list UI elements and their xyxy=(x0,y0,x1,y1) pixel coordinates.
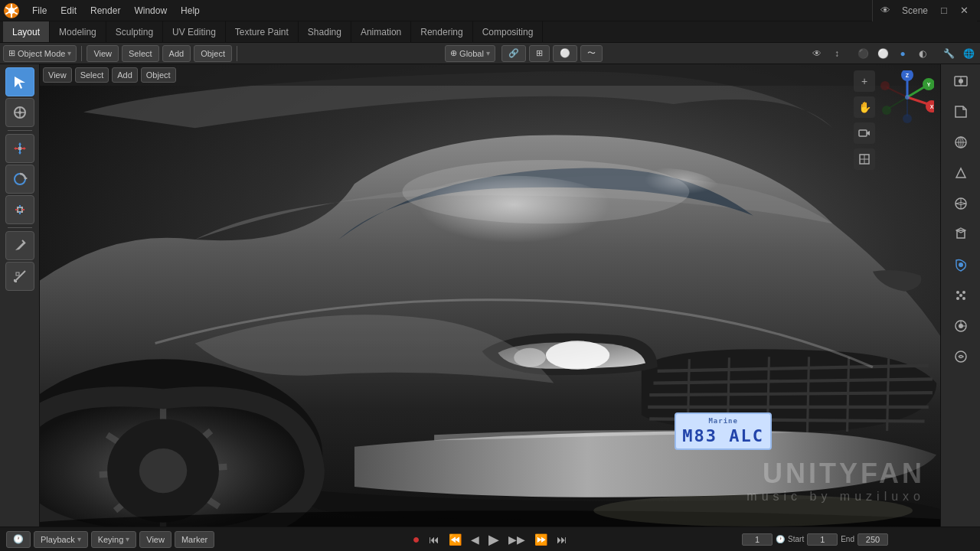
skip-end-btn[interactable]: ⏭ xyxy=(555,532,569,547)
end-label: End xyxy=(841,535,854,543)
object-btn[interactable]: Object xyxy=(194,45,232,62)
keying-dropdown[interactable]: Keying ▾ xyxy=(91,531,137,548)
scene-selector-icon[interactable]: 👁 xyxy=(877,2,894,19)
close-icon[interactable]: ✕ xyxy=(956,2,972,19)
transform-orientation[interactable]: ⊕ Global ▾ xyxy=(445,45,495,62)
prop-constraints-btn[interactable] xyxy=(947,343,975,370)
tab-compositing[interactable]: Compositing xyxy=(473,21,544,42)
add-btn[interactable]: Add xyxy=(162,45,191,62)
play-btn[interactable]: ▶ xyxy=(487,530,501,549)
shading-eevee[interactable]: ◐ xyxy=(914,45,931,62)
tab-layout[interactable]: Layout xyxy=(3,21,50,42)
select-btn[interactable]: Select xyxy=(122,45,159,62)
skip-start-btn[interactable]: ⏮ xyxy=(427,532,441,547)
scale-tool-btn[interactable] xyxy=(5,195,34,224)
tab-rendering[interactable]: Rendering xyxy=(411,21,472,42)
move-tool-btn[interactable] xyxy=(5,134,34,163)
snap-btn[interactable]: 🔗 xyxy=(501,45,526,62)
playback-dropdown[interactable]: Playback ▾ xyxy=(34,531,88,548)
grid-btn[interactable]: ⊞ xyxy=(529,45,550,62)
vp-select-btn[interactable]: Select xyxy=(75,67,109,83)
car-render: UNITYFAN music by muziluxo Marine M83 AL… xyxy=(40,64,940,527)
vp-object-btn[interactable]: Object xyxy=(141,67,176,83)
tab-texture-paint[interactable]: Texture Paint xyxy=(226,21,299,42)
top-right-controls: 👁 Scene □ ✕ xyxy=(872,0,977,21)
rotate-tool-btn[interactable] xyxy=(5,165,34,194)
tab-shading[interactable]: Shading xyxy=(299,21,351,42)
prop-modifier-btn[interactable] xyxy=(947,251,975,279)
watermark-sub: music by muziluxo xyxy=(746,490,925,504)
next-keyframe-btn[interactable]: ⏩ xyxy=(533,532,549,547)
timeline-controls: ● ⏮ ⏪ ◀ ▶ ▶▶ ⏩ ⏭ xyxy=(411,530,570,549)
annotate-tool-btn[interactable] xyxy=(5,231,34,260)
menu-file[interactable]: File xyxy=(26,4,53,18)
transform-icon: ⊕ xyxy=(450,48,457,58)
window-icon[interactable]: □ xyxy=(936,2,952,19)
marker-btn[interactable]: Marker xyxy=(175,531,214,548)
current-frame-box[interactable]: 1 xyxy=(742,533,773,546)
record-btn[interactable]: ● xyxy=(411,531,422,548)
keying-label: Keying xyxy=(98,535,124,544)
prop-world-btn[interactable] xyxy=(947,190,975,217)
svg-line-45 xyxy=(887,358,889,431)
pan-overlay-btn[interactable]: ✋ xyxy=(854,96,875,118)
engine-btn[interactable]: 🕐 xyxy=(6,531,31,548)
tab-modeling[interactable]: Modeling xyxy=(50,21,106,42)
menu-help[interactable]: Help xyxy=(175,4,206,18)
tab-sculpting[interactable]: Sculpting xyxy=(106,21,163,42)
svg-rect-18 xyxy=(18,147,21,150)
shading-material[interactable]: ⚪ xyxy=(874,45,891,62)
prop-render-btn[interactable] xyxy=(947,67,975,95)
svg-point-95 xyxy=(962,297,965,300)
prop-output-btn[interactable] xyxy=(947,98,975,126)
tab-uv-editing[interactable]: UV Editing xyxy=(163,21,226,42)
zoom-in-overlay-btn[interactable]: + xyxy=(854,70,875,92)
scene-name[interactable]: Scene xyxy=(897,2,933,19)
toolbar: ⊞ Object Mode ▾ View Select Add Object ⊕… xyxy=(0,43,980,64)
grid-icon: ⊞ xyxy=(536,48,543,58)
select-tool-btn[interactable] xyxy=(5,67,34,96)
render-props-2[interactable]: ↕ xyxy=(828,45,845,62)
menu-render[interactable]: Render xyxy=(84,4,126,18)
next-frame-btn[interactable]: ▶▶ xyxy=(507,532,527,547)
camera-overlay-btn[interactable] xyxy=(854,122,875,144)
prev-keyframe-btn[interactable]: ⏪ xyxy=(447,532,463,547)
measure-tool-btn[interactable] xyxy=(5,262,34,291)
prop-object-btn[interactable] xyxy=(947,220,975,248)
prop-physics-btn[interactable] xyxy=(947,312,975,340)
vp-view-btn[interactable]: View xyxy=(43,67,72,83)
proportional-btn[interactable]: ⚪ xyxy=(553,45,577,62)
prop-scene-btn[interactable] xyxy=(947,159,975,187)
overlay-btn[interactable]: 🔧 xyxy=(940,45,957,62)
shading-rendered[interactable]: ● xyxy=(894,45,911,62)
start-label: Start xyxy=(788,535,804,543)
vp-add-btn[interactable]: Add xyxy=(112,67,138,83)
render-props-1[interactable]: 👁 xyxy=(808,45,825,62)
menu-window[interactable]: Window xyxy=(128,4,173,18)
menu-edit[interactable]: Edit xyxy=(54,4,83,18)
prev-frame-btn[interactable]: ◀ xyxy=(469,532,481,547)
end-frame-box[interactable]: 250 xyxy=(858,533,888,546)
prop-view-btn[interactable] xyxy=(947,129,975,156)
shading-solid[interactable]: ⚫ xyxy=(854,45,871,62)
blender-logo[interactable] xyxy=(3,2,20,19)
tool-sep-1 xyxy=(8,130,32,131)
frame-display: 1 🕐 Start 1 End 250 xyxy=(742,533,888,546)
ortho-overlay-btn[interactable] xyxy=(854,148,875,170)
timeline-view-btn[interactable]: View xyxy=(139,531,172,548)
svg-point-11 xyxy=(18,111,21,114)
cursor-tool-btn[interactable] xyxy=(5,98,34,127)
prop-particles-btn[interactable] xyxy=(947,282,975,309)
keying-chevron: ▾ xyxy=(126,535,129,543)
tab-animation[interactable]: Animation xyxy=(351,21,411,42)
mode-label: Object Mode xyxy=(18,49,65,58)
snap-icon: 🔗 xyxy=(508,48,519,58)
mode-icon: ⊞ xyxy=(8,48,15,58)
viewport[interactable]: UNITYFAN music by muziluxo Marine M83 AL… xyxy=(40,64,940,527)
start-frame-box[interactable]: 1 xyxy=(807,533,838,546)
view-btn[interactable]: View xyxy=(87,45,119,62)
gizmo-btn[interactable]: 🌐 xyxy=(960,45,977,62)
mode-selector[interactable]: ⊞ Object Mode ▾ xyxy=(3,45,77,62)
falloff-btn[interactable]: 〜 xyxy=(580,45,603,62)
svg-rect-30 xyxy=(16,272,19,276)
